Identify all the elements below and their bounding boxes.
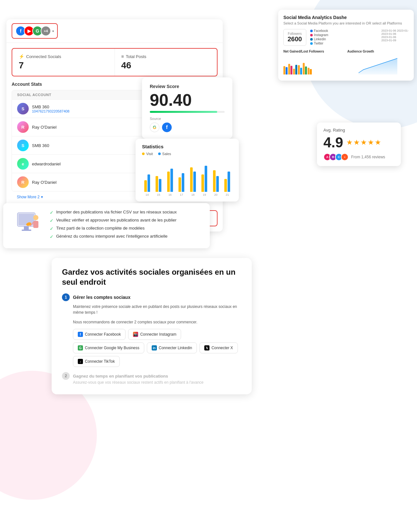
promo-card: Gardez vos activités sociales organisées…: [52, 258, 252, 394]
x-axis-label: 20: [211, 193, 221, 196]
connect-buttons-group: f Connecter Facebook 📷 Connecter Instagr…: [73, 329, 241, 367]
total-posts-stat: ≡ Total Posts 46: [115, 49, 217, 76]
chevron-icon: ▾: [41, 195, 43, 199]
social-icons-group: f ▶ G +4: [15, 26, 51, 36]
facebook-icon: f: [162, 123, 172, 132]
analytics-top-row: Followers 2600 Facebook Instagram Linked…: [283, 29, 409, 46]
linkedin-dot: [310, 38, 313, 41]
mini-bar-group: [298, 65, 302, 74]
bars-wrapper: [201, 166, 207, 192]
analytics-title: Social Media Analytics Dashe: [283, 15, 409, 20]
rating-row: 4.9 ★★★★★: [323, 134, 394, 151]
instagram-dot: [310, 34, 313, 36]
connected-socials-value: 7: [19, 60, 108, 71]
chart-column: [199, 166, 210, 192]
linkedin-btn-icon: in: [152, 345, 157, 350]
mini-bar-group: [303, 63, 307, 74]
bars-wrapper: [224, 172, 230, 192]
promo-title: Gardez vos activités sociales organisées…: [62, 267, 241, 287]
step-1-desc: Maintenez votre présence sociale active …: [73, 304, 241, 315]
mini-bar: [308, 68, 310, 74]
mini-bar: [305, 66, 307, 74]
chart-column: [154, 176, 164, 192]
features-illustration: [11, 210, 43, 239]
rating-value: 4.9: [323, 134, 343, 151]
chart-column: [142, 174, 152, 192]
area-chart-svg: [347, 55, 409, 74]
reviews-row: A B C + From 1,456 reviews: [323, 153, 394, 161]
mini-bar: [293, 69, 295, 74]
total-posts-value: 46: [121, 60, 211, 71]
sales-bar: [159, 179, 161, 192]
visit-bar: [156, 176, 158, 192]
check-icon: ✓: [50, 234, 54, 239]
x-axis-label: 18: [188, 193, 198, 196]
chart-label: Audience Growth: [347, 50, 409, 53]
followers-value: 2600: [288, 35, 302, 43]
connect-tiktok-button[interactable]: ♪ Connecter TikTok: [73, 356, 120, 367]
visit-bar: [224, 179, 227, 192]
analytics-card: Social Media Analytics Dashe Select a So…: [278, 10, 414, 81]
avg-rating-card: Avg. Rating 4.9 ★★★★★ A B C + From 1,456…: [317, 123, 401, 166]
x-axis-label: 17: [177, 193, 187, 196]
svg-rect-5: [33, 221, 38, 228]
x-btn-icon: 𝕏: [204, 345, 209, 350]
chart-column: [188, 167, 198, 192]
platform-list: Facebook Instagram Linkedin Twitter: [310, 29, 378, 46]
step-2-title: Gagnez du temps en planifiant vos public…: [73, 374, 168, 379]
sales-bar: [193, 172, 196, 192]
connect-instagram-button[interactable]: 📷 Connecter Instagram: [128, 329, 181, 340]
bars-wrapper: [156, 176, 161, 192]
twitter-dot: [310, 42, 313, 45]
source-icons: G f: [150, 123, 225, 132]
list-item: ✓ Générez du contenu intemporel avec l'i…: [50, 234, 202, 239]
step-1-number: 1: [62, 293, 70, 301]
step-2-number: 2: [62, 372, 70, 380]
illustration-svg: [13, 211, 42, 237]
mini-bar: [286, 67, 288, 74]
top-bar: f ▶ G +4 ▾: [6, 19, 223, 43]
list-item: Twitter: [310, 42, 378, 45]
x-axis-label: 14: [142, 193, 152, 196]
visit-bar: [190, 167, 193, 192]
sales-bar: [147, 174, 150, 192]
bars-wrapper: [178, 173, 184, 192]
list-item: ✓ Importer des publications via fichier …: [50, 210, 202, 215]
facebook-btn-icon: f: [78, 332, 83, 337]
source-label: Source: [150, 117, 225, 121]
chart-label: Net Gained/Lost Followers: [283, 50, 345, 53]
stars-display: ★★★★★: [346, 138, 382, 147]
connect-facebook-button[interactable]: f Connecter Facebook: [73, 329, 126, 340]
connected-socials-label: ⚡ Connected Socials: [19, 54, 108, 59]
check-icon: ✓: [50, 226, 54, 231]
bars-wrapper: [213, 170, 219, 192]
visit-dot: [142, 153, 145, 155]
chart-column: [211, 170, 221, 192]
avg-rating-label: Avg. Rating: [323, 128, 394, 133]
legend-row: Visit Sales: [142, 152, 232, 156]
visit-bar: [201, 174, 204, 192]
list-item: Instagram: [310, 33, 378, 37]
avatar: R: [17, 176, 29, 188]
more-socials-icon: +4: [41, 26, 51, 36]
score-fill: [150, 111, 217, 113]
instagram-btn-icon: 📷: [133, 332, 138, 337]
x-axis-label: 19: [199, 193, 210, 196]
connect-x-button[interactable]: 𝕏 Connecter X: [199, 342, 238, 353]
followers-label: Followers: [288, 32, 302, 35]
connect-gmb-button[interactable]: G Connecter Google My Business: [73, 342, 144, 353]
sales-bar: [170, 169, 173, 192]
list-item: Facebook: [310, 29, 378, 33]
svg-rect-2: [24, 226, 29, 230]
visit-bar: [144, 180, 147, 192]
mini-bar: [283, 66, 285, 74]
mini-bar-group: [283, 66, 288, 74]
net-followers-chart: Net Gained/Lost Followers: [283, 50, 345, 75]
analytics-subtitle: Select a Social Media Platform you are i…: [283, 21, 409, 25]
chart-column: [222, 172, 233, 192]
bars-wrapper: [190, 167, 196, 192]
connect-linkedin-button[interactable]: in Connecter Linkedin: [147, 342, 197, 353]
statistics-title: Statistics: [142, 144, 232, 149]
social-icons-bar[interactable]: f ▶ G +4 ▾: [12, 23, 58, 39]
review-score-value: 90.40: [150, 92, 225, 108]
